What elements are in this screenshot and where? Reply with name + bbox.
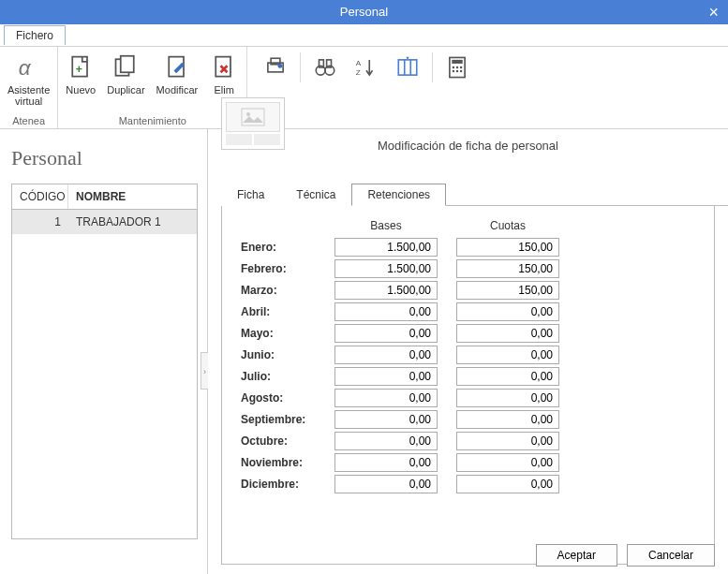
preview-box xyxy=(221,97,285,150)
bases-input[interactable] xyxy=(334,410,438,429)
month-row: Febrero: xyxy=(241,259,695,278)
svg-point-9 xyxy=(278,64,283,68)
lines-icon xyxy=(226,134,280,145)
bases-input[interactable] xyxy=(334,259,438,278)
cuotas-input[interactable] xyxy=(456,238,559,257)
cancel-button[interactable]: Cancelar xyxy=(627,544,715,567)
month-row: Noviembre: xyxy=(241,453,695,472)
month-label: Mayo: xyxy=(241,327,334,340)
month-label: Enero: xyxy=(241,241,334,254)
nuevo-button[interactable]: + Nuevo xyxy=(60,49,101,99)
cuotas-input[interactable] xyxy=(456,346,559,364)
menu-tabs: Fichero xyxy=(0,24,728,47)
bases-input[interactable] xyxy=(334,367,438,386)
svg-text:Z: Z xyxy=(356,68,361,77)
title-bar: Personal × xyxy=(0,0,728,24)
svg-point-28 xyxy=(246,112,250,116)
bases-input[interactable] xyxy=(334,238,438,257)
sort-icon[interactable]: AZ xyxy=(351,52,381,82)
cuotas-input[interactable] xyxy=(456,475,559,493)
print-icon[interactable] xyxy=(260,52,290,82)
svg-point-23 xyxy=(460,66,462,68)
col-codigo[interactable]: CÓDIGO xyxy=(12,184,68,209)
ribbon-group-mantenimiento: Mantenimiento xyxy=(119,115,186,128)
svg-text:α: α xyxy=(18,56,31,80)
right-panel: Modificación de ficha de personal Ficha … xyxy=(208,129,728,574)
new-doc-icon: + xyxy=(66,52,96,82)
bases-input[interactable] xyxy=(334,453,438,472)
duplicar-button[interactable]: Duplicar xyxy=(101,49,150,99)
month-label: Junio: xyxy=(241,348,334,361)
month-row: Septiembre: xyxy=(241,410,695,429)
month-row: Junio: xyxy=(241,346,695,364)
month-label: Octubre: xyxy=(241,434,334,448)
cuotas-input[interactable] xyxy=(456,302,559,321)
col-cuotas: Cuotas xyxy=(456,219,559,232)
month-label: Julio: xyxy=(241,370,334,383)
month-row: Agosto: xyxy=(241,389,695,407)
svg-rect-4 xyxy=(121,56,134,73)
calculator-icon[interactable] xyxy=(442,52,472,82)
modificar-button[interactable]: Modificar xyxy=(151,49,204,99)
page-title: Personal xyxy=(11,146,198,170)
columns-icon[interactable] xyxy=(393,52,423,82)
left-panel: Personal CÓDIGO NOMBRE 1 TRABAJADOR 1 › xyxy=(0,129,208,574)
retenciones-panel: Bases Cuotas Enero:Febrero:Marzo:Abril:M… xyxy=(221,206,715,565)
menu-tab-fichero[interactable]: Fichero xyxy=(4,25,66,45)
personal-grid[interactable]: CÓDIGO NOMBRE 1 TRABAJADOR 1 xyxy=(11,184,198,539)
svg-text:A: A xyxy=(356,59,362,67)
close-icon[interactable]: × xyxy=(708,0,719,24)
bases-input[interactable] xyxy=(334,389,438,407)
svg-point-21 xyxy=(453,66,454,68)
accept-button[interactable]: Aceptar xyxy=(536,544,617,567)
svg-point-24 xyxy=(453,70,454,72)
col-nombre[interactable]: NOMBRE xyxy=(68,184,197,209)
ribbon-group-atenea: Atenea xyxy=(12,115,45,128)
edit-icon xyxy=(162,52,192,82)
month-label: Agosto: xyxy=(241,391,334,405)
month-label: Marzo: xyxy=(241,284,334,297)
svg-rect-16 xyxy=(398,60,417,75)
month-label: Abril: xyxy=(241,305,334,318)
col-bases: Bases xyxy=(334,219,438,232)
table-row[interactable]: 1 TRABAJADOR 1 xyxy=(12,210,197,234)
cuotas-input[interactable] xyxy=(456,324,559,343)
cuotas-input[interactable] xyxy=(456,453,559,472)
svg-text:+: + xyxy=(76,63,82,76)
duplicate-icon xyxy=(111,52,141,82)
eliminar-button[interactable]: Elim xyxy=(203,49,245,99)
tab-tecnica[interactable]: Técnica xyxy=(280,184,351,206)
cuotas-input[interactable] xyxy=(456,410,559,429)
assistant-button[interactable]: α Asistente virtual xyxy=(2,49,55,110)
image-placeholder-icon xyxy=(226,102,280,132)
grid-header: CÓDIGO NOMBRE xyxy=(12,184,197,210)
month-row: Abril: xyxy=(241,302,695,321)
binoculars-icon[interactable] xyxy=(310,52,340,82)
bases-input[interactable] xyxy=(334,475,438,493)
bases-input[interactable] xyxy=(334,281,438,300)
cuotas-input[interactable] xyxy=(456,259,559,278)
month-label: Diciembre: xyxy=(241,478,334,491)
cuotas-input[interactable] xyxy=(456,389,559,407)
svg-point-25 xyxy=(456,70,458,72)
bases-input[interactable] xyxy=(334,346,438,364)
month-row: Julio: xyxy=(241,367,695,386)
bases-input[interactable] xyxy=(334,432,438,450)
month-row: Enero: xyxy=(241,238,695,257)
ribbon: α Asistente virtual Atenea + Nuevo Dupli… xyxy=(0,47,728,129)
alpha-icon: α xyxy=(14,52,44,82)
month-row: Marzo: xyxy=(241,281,695,300)
expand-handle[interactable]: › xyxy=(201,352,208,390)
month-row: Octubre: xyxy=(241,432,695,450)
cuotas-input[interactable] xyxy=(456,281,559,300)
month-label: Septiembre: xyxy=(241,413,334,426)
svg-point-22 xyxy=(456,66,458,68)
delete-icon xyxy=(209,52,239,82)
tab-retenciones[interactable]: Retenciones xyxy=(351,184,446,206)
bases-input[interactable] xyxy=(334,302,438,321)
bases-input[interactable] xyxy=(334,324,438,343)
cuotas-input[interactable] xyxy=(456,432,559,450)
tab-ficha[interactable]: Ficha xyxy=(221,184,280,206)
month-row: Mayo: xyxy=(241,324,695,343)
cuotas-input[interactable] xyxy=(456,367,559,386)
